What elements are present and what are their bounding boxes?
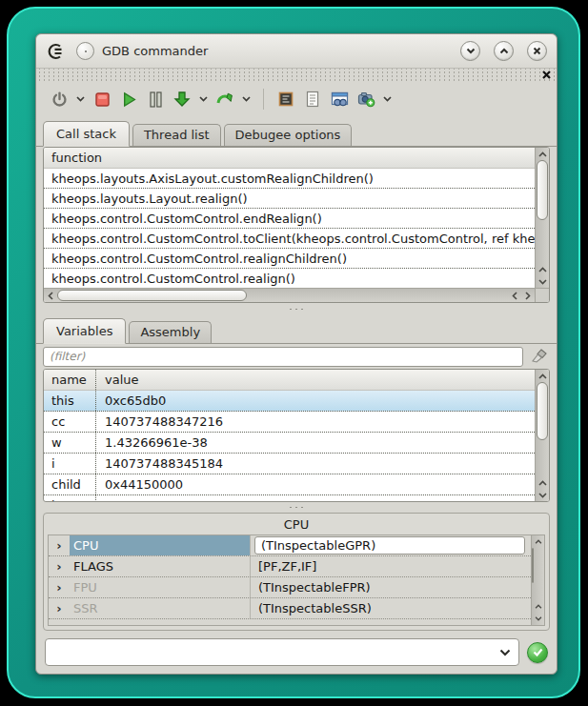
scrollbar-thumb[interactable]: [537, 382, 548, 440]
tab-label: Debugee options: [235, 128, 341, 142]
expand-arrow-icon[interactable]: ›: [49, 601, 70, 615]
scroll-up-button-alt[interactable]: [536, 476, 550, 489]
cpu-register-row[interactable]: › FPU (TInspectableFPR): [49, 577, 531, 598]
callstack-row[interactable]: kheops.layouts.AxisLayout.customRealignC…: [44, 169, 535, 189]
stop-button[interactable]: [91, 88, 113, 111]
expand-arrow-icon[interactable]: ›: [49, 580, 70, 595]
close-icon: [542, 71, 551, 79]
name-column-header[interactable]: name: [44, 370, 96, 390]
step-over-dropdown-button[interactable]: [240, 88, 253, 111]
register-group-value[interactable]: (TInspectableSSR): [251, 601, 531, 615]
variable-row[interactable]: b 1.43266961e-38: [44, 495, 535, 501]
pause-button[interactable]: [144, 88, 167, 111]
cpu-register-row[interactable]: › CPU (TInspectableGPR): [49, 535, 531, 556]
cpu-register-row[interactable]: › FLAGS [PF,ZF,IF]: [49, 556, 531, 577]
callstack-row[interactable]: kheops.control.CustomControl.realign(): [44, 269, 535, 288]
scroll-track[interactable]: [536, 160, 549, 263]
unshade-button[interactable]: [494, 41, 514, 61]
scroll-down-button[interactable]: [536, 275, 550, 288]
scroll-up-button[interactable]: [532, 535, 544, 548]
scrollbar-thumb[interactable]: [532, 548, 534, 583]
variable-value: 0xc65db0: [96, 391, 535, 411]
submit-command-button[interactable]: [527, 642, 548, 663]
chip-icon: [277, 91, 294, 108]
power-dropdown-button[interactable]: [74, 88, 87, 111]
variable-name: i: [44, 454, 96, 474]
variable-row[interactable]: i 140737488345184: [44, 454, 535, 474]
scrollbar-thumb[interactable]: [57, 290, 247, 301]
scroll-track[interactable]: [57, 289, 508, 302]
step-into-dropdown-button[interactable]: [197, 88, 210, 111]
scroll-up-button[interactable]: [536, 148, 550, 160]
callstack-vertical-scrollbar[interactable]: [535, 148, 549, 288]
tab[interactable]: Variables: [43, 318, 126, 344]
run-button[interactable]: [117, 88, 140, 111]
variable-value: 140737488345184: [96, 454, 535, 474]
scroll-left-button[interactable]: [44, 289, 57, 303]
dock-handle[interactable]: [36, 69, 557, 81]
add-inspector-dropdown-button[interactable]: [381, 88, 394, 111]
step-into-button[interactable]: [171, 88, 193, 111]
cpu-register-row[interactable]: › SSR (TInspectableSSR): [49, 598, 531, 619]
callstack-horizontal-scrollbar[interactable]: [44, 288, 535, 302]
register-group-value[interactable]: (TInspectableGPR): [254, 536, 525, 555]
value-column-header[interactable]: value: [96, 373, 535, 387]
scroll-up-button[interactable]: [536, 370, 550, 382]
scroll-right-button[interactable]: [521, 289, 535, 303]
step-over-button[interactable]: [213, 88, 236, 111]
titlebar[interactable]: GDB commander: [36, 34, 557, 69]
splitter-grip: [288, 506, 305, 509]
scroll-left-button-alt[interactable]: [508, 289, 521, 303]
scroll-down-button[interactable]: [532, 613, 544, 625]
variable-row[interactable]: cc 140737488347216: [44, 412, 535, 433]
variables-vertical-scrollbar[interactable]: [535, 370, 549, 501]
callstack-row[interactable]: kheops.control.CustomControl.realignChil…: [44, 249, 535, 269]
expand-arrow-icon[interactable]: ›: [49, 538, 70, 553]
tab[interactable]: Call stack: [43, 121, 130, 147]
shade-button[interactable]: [460, 41, 480, 61]
command-combobox[interactable]: [45, 638, 519, 666]
filter-input[interactable]: [43, 347, 523, 367]
register-group-name[interactable]: FPU: [70, 577, 251, 597]
variable-row[interactable]: this 0xc65db0: [44, 391, 535, 412]
add-inspector-button[interactable]: [355, 88, 377, 111]
register-group-name[interactable]: FLAGS: [70, 556, 251, 576]
command-row: [36, 631, 557, 674]
register-group-name[interactable]: SSR: [70, 598, 251, 618]
callstack-column-header[interactable]: function: [44, 148, 535, 169]
scroll-down-button[interactable]: [536, 489, 550, 501]
callstack-row[interactable]: kheops.layouts.Layout.realign(): [44, 189, 535, 209]
tab-label: Thread list: [144, 128, 210, 142]
panel-splitter-2[interactable]: [36, 502, 557, 513]
watches-button[interactable]: [328, 88, 351, 111]
scroll-up-button-alt[interactable]: [532, 600, 544, 613]
callstack-row[interactable]: kheops.control.CustomControl.toClient(kh…: [44, 229, 535, 249]
clear-filter-button[interactable]: [529, 347, 550, 366]
power-button[interactable]: [48, 88, 71, 111]
variable-row[interactable]: w 1.43266961e-38: [44, 433, 535, 454]
scrollbar-thumb[interactable]: [537, 160, 548, 220]
cpu-view-button[interactable]: [274, 88, 297, 111]
scroll-track[interactable]: [536, 382, 549, 476]
register-group-value[interactable]: (TInspectableFPR): [251, 580, 531, 595]
power-icon: [51, 91, 68, 108]
dock-close-button[interactable]: [540, 69, 553, 81]
callstack-row[interactable]: kheops.control.CustomControl.endRealign(…: [44, 209, 535, 229]
variable-row[interactable]: child 0x44150000: [44, 474, 535, 495]
chevron-down-icon: [242, 96, 251, 102]
panel-splitter[interactable]: [36, 303, 557, 314]
cpu-vertical-scrollbar[interactable]: [531, 535, 544, 625]
register-group-name[interactable]: CPU: [70, 535, 251, 555]
callstack-function: kheops.layouts.AxisLayout.customRealignC…: [51, 171, 374, 186]
close-button[interactable]: [527, 41, 547, 61]
tab[interactable]: Assembly: [129, 321, 212, 343]
output-log-button[interactable]: [301, 88, 324, 111]
window-menu-button[interactable]: [76, 42, 94, 60]
tab[interactable]: Thread list: [132, 124, 221, 146]
tab[interactable]: Debugee options: [224, 124, 353, 146]
variables-column-headers[interactable]: name value: [44, 370, 535, 391]
expand-arrow-icon[interactable]: ›: [49, 559, 70, 574]
register-group-value[interactable]: [PF,ZF,IF]: [251, 559, 531, 574]
scroll-track[interactable]: [532, 548, 544, 600]
scroll-up-button-alt[interactable]: [536, 263, 550, 275]
